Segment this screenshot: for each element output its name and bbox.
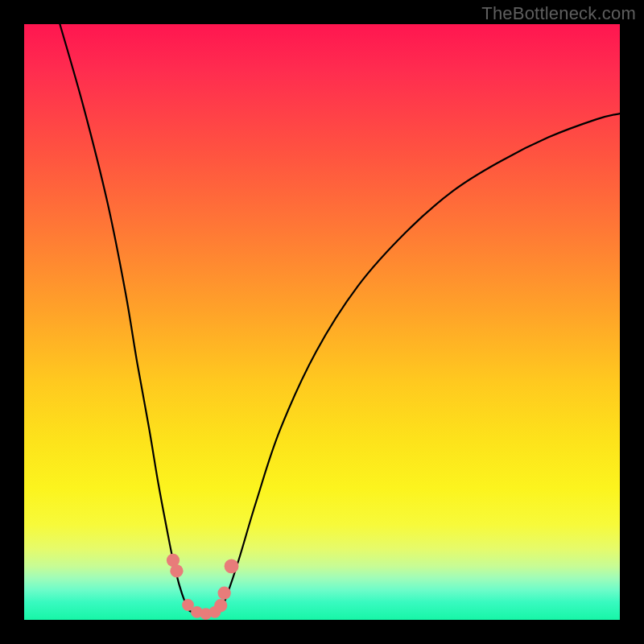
left-curve [60, 24, 189, 611]
chart-frame: TheBottleneck.com [0, 0, 644, 644]
marker-dot [218, 587, 231, 600]
watermark-text: TheBottleneck.com [481, 3, 636, 24]
chart-svg [24, 24, 620, 620]
marker-dot [225, 559, 239, 574]
right-curve [221, 114, 620, 611]
plot-area [24, 24, 620, 620]
marker-dot [170, 564, 183, 577]
marker-dot [214, 599, 227, 612]
valley-markers [167, 554, 239, 620]
